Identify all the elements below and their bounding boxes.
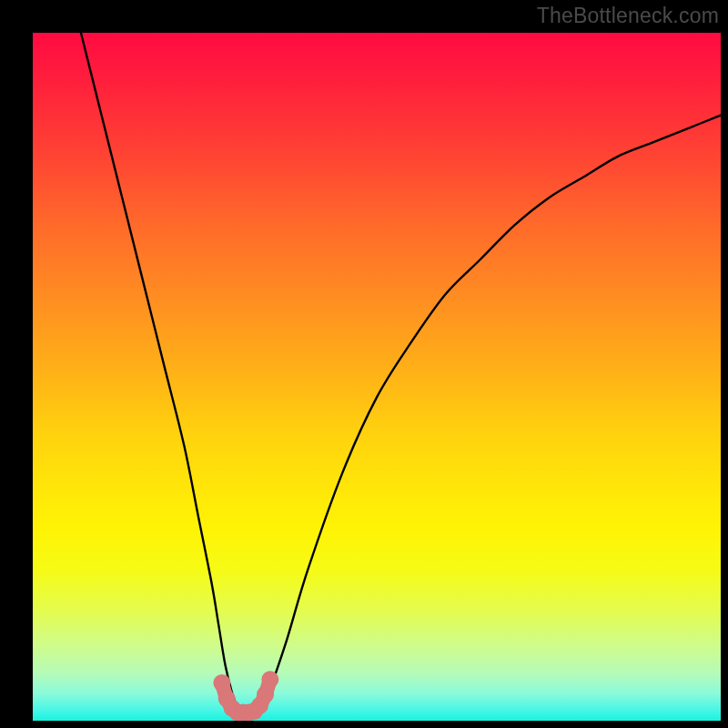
valley-highlight-dot (257, 686, 274, 703)
bottleneck-curve (81, 33, 721, 713)
watermark-text: TheBottleneck.com (537, 4, 719, 28)
valley-highlight-dot (213, 674, 230, 692)
valley-highlight-dot (261, 671, 278, 688)
chart-frame: TheBottleneck.com (0, 0, 728, 728)
plot-area (33, 33, 721, 721)
chart-svg (33, 33, 721, 721)
